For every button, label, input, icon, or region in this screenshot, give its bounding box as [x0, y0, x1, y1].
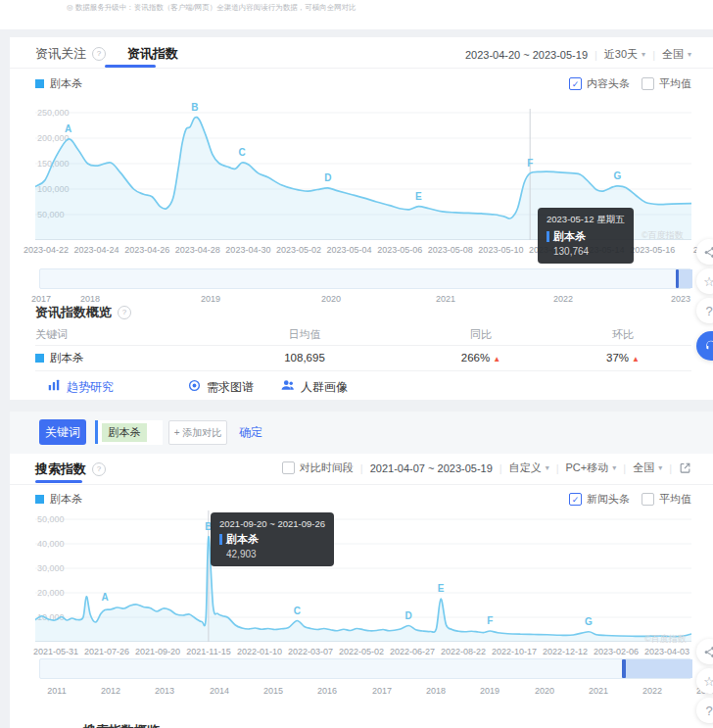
tab-news-attention[interactable]: 资讯关注	[35, 45, 86, 63]
marker-F: F	[527, 158, 533, 169]
x-tick-label: 2022-01-10	[237, 647, 282, 656]
x-tick-label: 2022-05-02	[339, 647, 384, 656]
year-tick-label: 2021	[436, 294, 455, 304]
year-tick-label: 2020	[321, 294, 341, 304]
separator: |	[499, 462, 502, 474]
chevron-down-icon: ▾	[546, 463, 549, 472]
tooltip-series-bar	[547, 231, 549, 242]
year-tick-label: 2023	[671, 294, 690, 304]
marker-G: G	[613, 170, 621, 181]
toutiao-checkbox[interactable]: ✓ 内容头条	[569, 76, 630, 91]
export-icon[interactable]	[679, 461, 691, 474]
x-tick-label: 2023-04-26	[124, 245, 169, 255]
keyword-tag[interactable]: 剧本杀	[102, 423, 147, 442]
svg-text:250,000: 250,000	[37, 108, 70, 118]
timeline-slider[interactable]	[39, 268, 691, 289]
period-select[interactable]: 近30天	[604, 47, 638, 62]
marker-A: A	[101, 592, 108, 603]
search-x-axis: 2021-05-312021-07-262021-09-202021-11-15…	[35, 647, 691, 658]
year-tick-label: 2022	[553, 294, 573, 304]
news-date-range[interactable]: 2023-04-20 ~ 2023-05-19	[465, 49, 588, 61]
people-icon	[281, 378, 295, 396]
search-date-range[interactable]: 2021-04-07 ~ 2023-05-19	[370, 462, 493, 474]
average-checkbox[interactable]: ✓ 平均值	[642, 76, 691, 91]
tab-search-index[interactable]: 搜索指数	[35, 461, 86, 478]
bar-chart-icon	[47, 378, 61, 396]
timeline-slider[interactable]	[39, 658, 691, 679]
svg-text:30,000: 30,000	[37, 563, 65, 573]
tab-news-index[interactable]: 资讯指数	[127, 45, 178, 63]
year-tick-label: 2014	[210, 686, 229, 696]
col-header-avg: 日均值	[202, 327, 407, 342]
slider-handle[interactable]	[622, 659, 626, 678]
nav-trend-research[interactable]: 趋势研究	[47, 378, 114, 396]
marker-B: B	[191, 103, 198, 113]
active-tab-underline	[35, 480, 82, 483]
region-select[interactable]: 全国	[662, 47, 684, 62]
news-header-controls: 2023-04-20 ~ 2023-05-19 | 近30天 ▾ | 全国 ▾	[465, 47, 691, 62]
add-compare-button[interactable]: + 添加对比	[168, 420, 227, 445]
year-tick-label: 2013	[155, 686, 174, 696]
header-divider	[10, 484, 713, 485]
compare-period-checkbox[interactable]: ✓ 对比时间段	[282, 461, 354, 475]
legend-color-swatch	[35, 495, 44, 504]
confirm-button[interactable]: 确定	[239, 424, 262, 441]
year-tick-label: 2019	[201, 294, 220, 304]
chart-watermark: ©百度指数	[644, 633, 687, 646]
device-select[interactable]: PC+移动	[566, 461, 609, 475]
separator: |	[556, 462, 559, 474]
slider-year-axis: 2017201820192020202120222023	[39, 294, 691, 306]
tooltip-date: 2023-05-12 星期五	[547, 214, 625, 226]
help-icon[interactable]: ?	[92, 462, 106, 476]
x-tick-label: 2023-02-06	[594, 647, 639, 656]
nav-demand-graph[interactable]: 需求图谱	[188, 378, 254, 396]
marker-D: D	[405, 610, 412, 621]
legend-color-swatch	[35, 79, 44, 88]
search-trend-chart[interactable]: 50,00040,00030,00020,00010,000ABCDEFG	[35, 505, 691, 642]
nav-crowd-portrait[interactable]: 人群画像	[281, 378, 348, 396]
x-tick-label: 2023-05-08	[428, 245, 473, 255]
chevron-down-icon: ▾	[642, 50, 645, 59]
marker-C: C	[238, 147, 245, 158]
marker-C: C	[294, 606, 301, 616]
x-tick-label: 2021-11-15	[186, 647, 230, 656]
target-icon	[188, 378, 201, 396]
row-yoy-value: 266%▲	[407, 352, 554, 364]
chart-tooltip: 2023-05-12 星期五 剧本杀 130,764	[538, 208, 634, 264]
next-section-title-partial: 搜索指数概览	[83, 722, 160, 728]
year-tick-label: 2016	[317, 686, 337, 696]
tooltip-series-bar	[219, 534, 222, 545]
x-tick-label: 2022-03-07	[288, 647, 333, 656]
chevron-down-icon: ▾	[688, 50, 691, 59]
range-mode-select[interactable]: 自定义	[509, 461, 542, 475]
x-tick-label: 2023-04-30	[225, 245, 270, 255]
separator: |	[594, 49, 597, 61]
slider-year-axis: 2011201220132014201520162017201820192020…	[39, 686, 691, 698]
marker-D: D	[324, 172, 331, 183]
year-tick-label: 2017	[372, 686, 392, 696]
x-tick-label: 2022-08-22	[441, 647, 486, 656]
x-tick-label: 2022-06-27	[390, 647, 435, 656]
chevron-down-icon: ▾	[658, 463, 662, 472]
year-tick-label: 2021	[589, 686, 608, 696]
year-tick-label: 2019	[480, 686, 499, 696]
slider-handle[interactable]	[676, 269, 679, 288]
region-select[interactable]: 全国	[633, 461, 654, 475]
marker-A: A	[65, 123, 71, 134]
help-icon[interactable]: ?	[118, 306, 131, 319]
x-tick-label: 2023-04-22	[24, 245, 69, 255]
x-tick-label: 2023-04-03	[644, 647, 689, 656]
help-icon[interactable]: ?	[92, 47, 106, 61]
slider-selected-range[interactable]	[679, 269, 692, 288]
year-tick-label: 2018	[80, 294, 100, 304]
keyword-button[interactable]: 关键词	[39, 419, 86, 445]
slider-selected-range[interactable]	[625, 659, 692, 678]
col-header-keyword: 关键词	[35, 327, 202, 342]
tooltip-keyword: 剧本杀	[226, 532, 259, 547]
tooltip-date: 2021-09-20 ~ 2021-09-26	[219, 518, 325, 529]
tooltip-keyword: 剧本杀	[553, 229, 586, 244]
baidu-index-page: ◎ 数据服务升级中：资讯指数（客户端/网页）全渠道内容阅读行为数据，可横向全网对…	[0, 0, 713, 728]
keyword-field[interactable]: 剧本杀	[98, 420, 163, 445]
separator: |	[669, 462, 672, 474]
marker-F: F	[487, 615, 493, 626]
